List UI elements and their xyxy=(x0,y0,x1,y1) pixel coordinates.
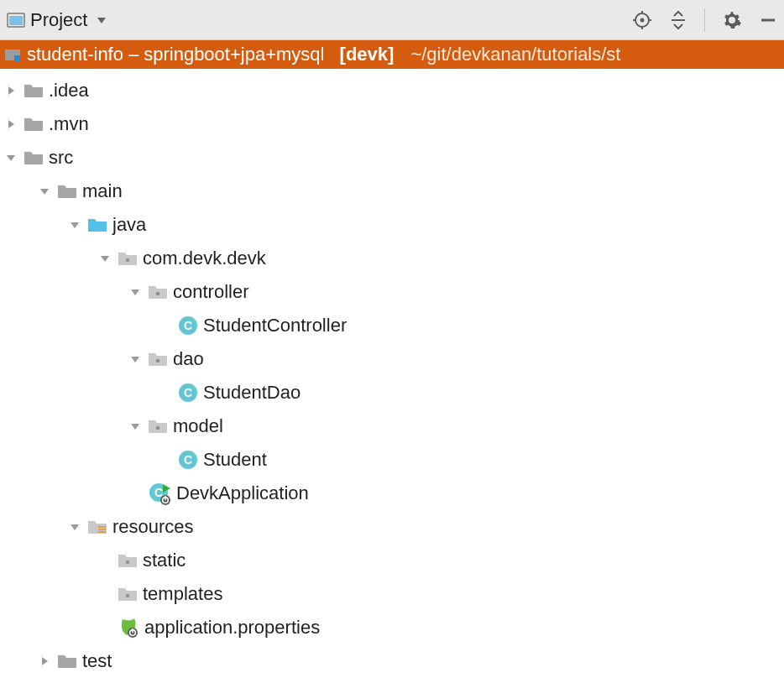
svg-point-19 xyxy=(156,426,159,430)
tree-node-application-properties[interactable]: application.properties xyxy=(0,611,784,644)
node-label: dao xyxy=(173,348,204,370)
node-label: test xyxy=(82,650,112,672)
node-label: .mvn xyxy=(49,113,89,135)
tool-window-header: Project xyxy=(0,0,784,40)
node-label: DevkApplication xyxy=(176,482,309,504)
tree-node-java[interactable]: java xyxy=(0,208,784,242)
tree-node-mvn[interactable]: .mvn xyxy=(0,107,784,141)
node-label: StudentController xyxy=(203,315,347,336)
node-label: static xyxy=(143,550,186,571)
class-icon: C xyxy=(178,450,198,470)
svg-rect-28 xyxy=(98,529,106,530)
package-icon xyxy=(148,351,168,368)
dropdown-icon[interactable] xyxy=(96,14,107,26)
tree-node-student[interactable]: C Student xyxy=(0,443,784,477)
class-icon: C xyxy=(178,315,198,336)
project-root-row[interactable]: student-info – springboot+jpa+mysql [dev… xyxy=(0,40,784,69)
svg-text:C: C xyxy=(184,386,192,399)
source-folder-icon xyxy=(87,216,107,233)
tree-node-src[interactable]: src xyxy=(0,141,784,175)
svg-point-3 xyxy=(640,18,645,22)
tree-node-static[interactable]: static xyxy=(0,544,784,577)
svg-rect-29 xyxy=(98,531,106,533)
svg-text:C: C xyxy=(184,453,192,467)
node-label: main xyxy=(82,180,123,202)
svg-point-12 xyxy=(126,258,129,262)
package-icon xyxy=(118,250,138,267)
header-divider xyxy=(704,8,705,32)
tree-node-student-controller[interactable]: C StudentController xyxy=(0,309,784,342)
chevron-down-icon[interactable] xyxy=(128,420,143,432)
root-path: ~/git/devkanan/tutorials/st xyxy=(410,44,620,65)
chevron-right-icon[interactable] xyxy=(37,655,52,667)
tree-node-resources[interactable]: resources xyxy=(0,510,784,544)
root-subtitle: springboot+jpa+mysql xyxy=(144,44,324,65)
tree-node-model[interactable]: model xyxy=(0,409,784,443)
svg-point-30 xyxy=(126,560,129,564)
header-actions xyxy=(632,8,777,32)
svg-rect-27 xyxy=(98,526,106,528)
collapse-all-icon[interactable] xyxy=(669,11,687,29)
folder-icon xyxy=(24,116,44,133)
chevron-down-icon[interactable] xyxy=(128,353,143,365)
minimize-icon[interactable] xyxy=(759,11,777,29)
folder-icon xyxy=(24,82,44,99)
folder-icon xyxy=(24,149,44,166)
root-name: student-info xyxy=(27,44,123,65)
project-tool-icon xyxy=(7,11,25,29)
chevron-down-icon[interactable] xyxy=(97,253,112,264)
chevron-down-icon[interactable] xyxy=(67,219,82,231)
svg-point-13 xyxy=(156,292,159,295)
package-icon xyxy=(118,552,138,569)
node-label: application.properties xyxy=(144,617,320,639)
package-icon xyxy=(118,586,138,602)
node-label: Student xyxy=(203,449,267,471)
chevron-right-icon[interactable] xyxy=(3,118,18,130)
runnable-class-icon: C xyxy=(148,482,171,505)
node-label: StudentDao xyxy=(203,382,301,404)
package-icon xyxy=(148,284,168,300)
tree-node-test[interactable]: test xyxy=(0,644,784,678)
target-icon[interactable] xyxy=(632,10,652,30)
node-label: templates xyxy=(143,583,222,605)
class-icon: C xyxy=(178,383,198,403)
tree-node-main[interactable]: main xyxy=(0,175,784,208)
node-label: controller xyxy=(173,281,248,303)
svg-point-31 xyxy=(126,594,129,597)
package-icon xyxy=(148,418,168,435)
svg-text:C: C xyxy=(184,319,192,332)
node-label: com.devk.devk xyxy=(143,248,266,269)
chevron-down-icon[interactable] xyxy=(67,521,82,533)
tree-node-idea[interactable]: .idea xyxy=(0,74,784,107)
chevron-down-icon[interactable] xyxy=(37,185,52,197)
tree-node-dao[interactable]: dao xyxy=(0,342,784,376)
node-label: model xyxy=(173,415,223,437)
resources-folder-icon xyxy=(87,519,107,535)
chevron-right-icon[interactable] xyxy=(3,85,18,96)
header-left: Project xyxy=(7,9,107,31)
project-tree: .idea .mvn src xyxy=(0,69,784,678)
folder-icon xyxy=(57,183,77,200)
tree-node-templates[interactable]: templates xyxy=(0,577,784,611)
tool-window-title[interactable]: Project xyxy=(30,9,87,31)
root-tag: [devk] xyxy=(340,44,395,65)
node-label: src xyxy=(49,147,73,169)
svg-rect-11 xyxy=(14,55,20,61)
node-label: resources xyxy=(112,516,194,538)
chevron-down-icon[interactable] xyxy=(128,286,143,298)
chevron-down-icon[interactable] xyxy=(3,152,18,164)
node-label: .idea xyxy=(49,80,89,102)
root-separator: – xyxy=(128,44,139,65)
tree-node-devk-application[interactable]: C DevkApplication xyxy=(0,477,784,510)
tree-node-student-dao[interactable]: C StudentDao xyxy=(0,376,784,409)
node-label: java xyxy=(112,214,146,236)
tree-node-controller[interactable]: controller xyxy=(0,275,784,309)
module-icon xyxy=(3,45,22,64)
folder-icon xyxy=(57,653,77,670)
spring-properties-icon xyxy=(118,617,139,639)
svg-rect-1 xyxy=(9,16,23,25)
tree-node-package[interactable]: com.devk.devk xyxy=(0,242,784,275)
svg-point-16 xyxy=(156,359,159,362)
gear-icon[interactable] xyxy=(722,10,742,30)
